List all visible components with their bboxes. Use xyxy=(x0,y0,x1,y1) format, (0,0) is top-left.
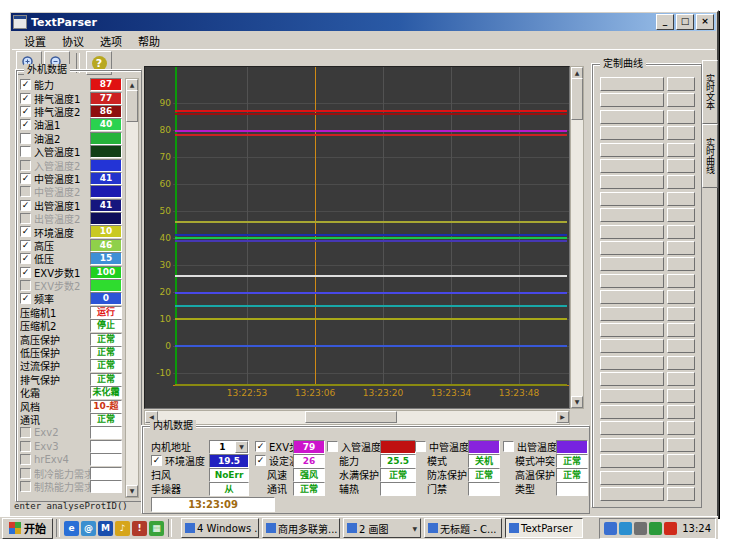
item-checkbox[interactable] xyxy=(20,186,31,197)
curve-slot-field[interactable] xyxy=(600,339,664,353)
item-checkbox[interactable]: ✓ xyxy=(20,93,31,104)
ie-icon[interactable]: e xyxy=(64,521,79,536)
curve-slot-field[interactable] xyxy=(600,421,664,435)
curve-slot-value[interactable] xyxy=(667,356,695,370)
curve-slot-field[interactable] xyxy=(600,471,664,485)
taskbar-button[interactable]: 商用多联第... xyxy=(262,518,340,538)
curve-slot-value[interactable] xyxy=(667,225,695,239)
start-button[interactable]: 开始 xyxy=(2,518,53,539)
curve-slot-value[interactable] xyxy=(667,405,695,419)
chart-hscrollbar[interactable]: ◀ ▶ xyxy=(144,410,570,425)
antivirus-icon[interactable] xyxy=(649,522,662,535)
chevron-down-icon[interactable]: ▼ xyxy=(235,441,248,453)
curve-slot-field[interactable] xyxy=(600,143,664,157)
curve-slot-field[interactable] xyxy=(600,356,664,370)
item-checkbox[interactable]: ✓ xyxy=(20,200,31,211)
item-checkbox[interactable] xyxy=(327,441,338,452)
curve-slot-value[interactable] xyxy=(667,339,695,353)
item-checkbox[interactable] xyxy=(20,468,31,479)
curve-slot-value[interactable] xyxy=(667,274,695,288)
curve-slot-field[interactable] xyxy=(600,110,664,124)
taskbar-button[interactable]: 4 Windows ...▼ xyxy=(181,518,259,538)
scroll-down-icon[interactable]: ▼ xyxy=(571,396,583,408)
item-checkbox[interactable]: ✓ xyxy=(20,79,31,90)
taskbar-button[interactable]: 无标题 - C... xyxy=(424,518,502,538)
curve-slot-field[interactable] xyxy=(600,257,664,271)
curve-slot-value[interactable] xyxy=(667,208,695,222)
item-checkbox[interactable] xyxy=(415,441,426,452)
left-panel-scrollbar[interactable]: ▲ ▼ xyxy=(125,78,139,498)
volume-icon[interactable] xyxy=(604,522,617,535)
item-checkbox[interactable] xyxy=(20,160,31,171)
minimize-button[interactable]: _ xyxy=(656,14,674,30)
curve-slot-field[interactable] xyxy=(600,323,664,337)
item-checkbox[interactable]: ✓ xyxy=(20,253,31,264)
curve-slot-value[interactable] xyxy=(667,323,695,337)
item-checkbox[interactable] xyxy=(20,146,31,157)
item-checkbox[interactable] xyxy=(20,481,31,492)
curve-slot-value[interactable] xyxy=(667,241,695,255)
curve-slot-field[interactable] xyxy=(600,225,664,239)
taskbar-button[interactable]: TextParser xyxy=(505,518,583,538)
curve-slot-field[interactable] xyxy=(600,290,664,304)
item-checkbox[interactable]: ✓ xyxy=(255,455,266,466)
curve-slot-value[interactable] xyxy=(667,257,695,271)
media-icon[interactable]: ♪ xyxy=(115,521,130,536)
maximize-button[interactable]: □ xyxy=(676,14,694,30)
curve-slot-value[interactable] xyxy=(667,126,695,140)
item-checkbox[interactable] xyxy=(20,213,31,224)
messenger-icon[interactable] xyxy=(619,522,632,535)
curve-slot-value[interactable] xyxy=(667,438,695,452)
menu-settings[interactable]: 设置 xyxy=(16,32,54,50)
scroll-right-icon[interactable]: ▶ xyxy=(556,411,569,423)
show-desktop-icon[interactable]: ▦ xyxy=(149,521,164,536)
tab-realtime-text[interactable]: 实时文本 xyxy=(702,60,718,124)
curve-slot-field[interactable] xyxy=(600,405,664,419)
item-checkbox[interactable]: ✓ xyxy=(20,173,31,184)
curve-slot-field[interactable] xyxy=(600,208,664,222)
menu-help[interactable]: 帮助 xyxy=(130,32,168,50)
scrollbar-thumb[interactable] xyxy=(126,90,138,122)
chart-vscrollbar[interactable]: ▲ ▼ xyxy=(570,66,584,409)
curve-slot-value[interactable] xyxy=(667,175,695,189)
close-button[interactable]: × xyxy=(696,14,714,30)
curve-slot-value[interactable] xyxy=(667,290,695,304)
curve-slot-value[interactable] xyxy=(667,93,695,107)
curve-slot-value[interactable] xyxy=(667,143,695,157)
curve-slot-value[interactable] xyxy=(667,372,695,386)
item-checkbox[interactable] xyxy=(503,441,514,452)
security-icon[interactable]: ! xyxy=(132,521,147,536)
curve-slot-field[interactable] xyxy=(600,192,664,206)
curve-slot-field[interactable] xyxy=(600,307,664,321)
curve-slot-field[interactable] xyxy=(600,274,664,288)
tab-realtime-curve[interactable]: 实时曲线 xyxy=(702,124,718,188)
scrollbar-thumb[interactable] xyxy=(571,78,583,120)
item-checkbox[interactable] xyxy=(20,280,31,291)
item-checkbox[interactable]: ✓ xyxy=(20,119,31,130)
outlook-icon[interactable]: @ xyxy=(81,521,96,536)
item-checkbox[interactable] xyxy=(20,427,31,438)
item-checkbox[interactable]: ✓ xyxy=(20,106,31,117)
item-checkbox[interactable] xyxy=(20,441,31,452)
chevron-down-icon[interactable]: ▼ xyxy=(412,525,417,532)
curve-slot-value[interactable] xyxy=(667,192,695,206)
curve-slot-field[interactable] xyxy=(600,454,664,468)
curve-slot-value[interactable] xyxy=(667,77,695,91)
curve-slot-field[interactable] xyxy=(600,389,664,403)
curve-slot-value[interactable] xyxy=(667,454,695,468)
curve-slot-field[interactable] xyxy=(600,77,664,91)
curve-slot-value[interactable] xyxy=(667,110,695,124)
item-checkbox[interactable] xyxy=(20,133,31,144)
curve-slot-field[interactable] xyxy=(600,175,664,189)
scrollbar-thumb[interactable] xyxy=(305,411,397,423)
indoor-address-select[interactable]: 1▼ xyxy=(209,440,249,454)
curve-slot-field[interactable] xyxy=(600,438,664,452)
msn-icon[interactable]: M xyxy=(98,521,113,536)
ime-icon[interactable] xyxy=(634,522,647,535)
curve-slot-value[interactable] xyxy=(667,421,695,435)
curve-slot-value[interactable] xyxy=(667,487,695,501)
item-checkbox[interactable]: ✓ xyxy=(20,293,31,304)
curve-slot-value[interactable] xyxy=(667,307,695,321)
curve-slot-field[interactable] xyxy=(600,241,664,255)
item-checkbox[interactable]: ✓ xyxy=(20,267,31,278)
